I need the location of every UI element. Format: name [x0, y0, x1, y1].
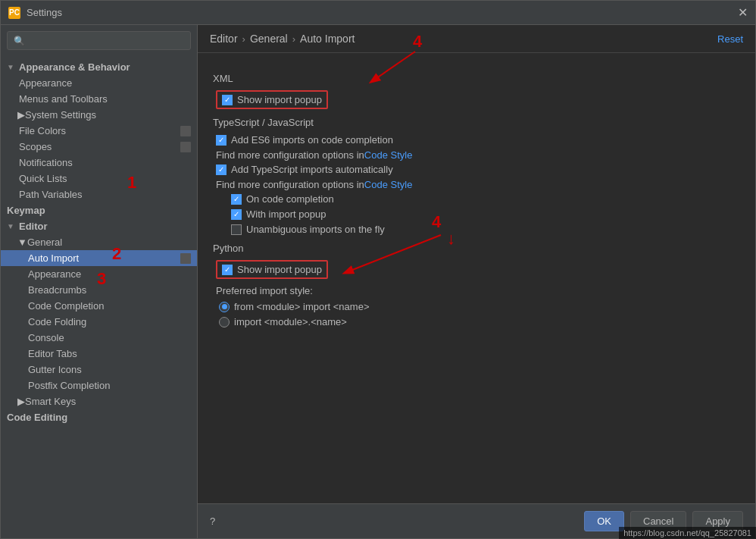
sidebar-item-menus-toolbars[interactable]: Menus and Toolbars	[1, 91, 197, 107]
titlebar: PC Settings ✕	[1, 1, 755, 25]
ts-add-es6-checkbox[interactable]	[216, 135, 226, 146]
xml-section: XML Show import popup	[213, 73, 740, 109]
url-bar: https://blog.csdn.net/qq_25827081	[619, 527, 756, 539]
xml-title: XML	[213, 73, 740, 84]
radio-from-module[interactable]	[219, 302, 230, 312]
ts-add-es6-row: Add ES6 imports on code completion	[213, 134, 740, 146]
ts-find-es6-link[interactable]: Code Style	[364, 149, 413, 161]
sidebar-tree: ▼ Appearance & Behavior Appearance Menus…	[1, 56, 197, 538]
app-icon: PC	[8, 7, 20, 19]
window-title: Settings	[27, 7, 62, 18]
ts-unambiguous-label: Unambiguous imports on the fly	[246, 224, 385, 235]
file-colors-icon	[180, 126, 191, 136]
ts-on-completion-label: On code completion	[246, 193, 334, 205]
ts-add-ts-label: Add TypeScript imports automatically	[231, 164, 393, 175]
search-icon: 🔍	[14, 36, 25, 46]
python-title: Python	[213, 243, 740, 254]
sidebar-item-console[interactable]: Console	[1, 330, 197, 346]
main-body: XML Show import popup TypeScript / JavaS…	[198, 53, 755, 503]
breadcrumb-general: General	[250, 33, 288, 45]
arrow-icon: ▼	[7, 63, 17, 71]
settings-window: PC Settings ✕ 🔍 ▼ Appearance & Behavior …	[0, 0, 756, 539]
ts-find-es6-prefix: Find more configuration options in	[216, 149, 364, 161]
ts-on-completion-row: On code completion	[213, 193, 740, 205]
preferred-style-label: Preferred import style:	[216, 285, 740, 296]
main-content: 🔍 ▼ Appearance & Behavior Appearance Men…	[1, 25, 755, 538]
ts-find-es6-row: Find more configuration options in Code …	[213, 149, 740, 161]
ts-add-es6-label: Add ES6 imports on code completion	[231, 134, 393, 146]
ts-find-ts-prefix: Find more configuration options in	[216, 179, 364, 190]
sidebar-item-notifications[interactable]: Notifications	[1, 155, 197, 171]
radio-import-module-label: import <module>.<name>	[234, 316, 347, 327]
sidebar: 🔍 ▼ Appearance & Behavior Appearance Men…	[1, 25, 198, 538]
reset-button[interactable]: Reset	[717, 33, 743, 45]
preferred-style-text: Preferred import style:	[216, 285, 313, 296]
breadcrumb-sep2: ›	[292, 33, 295, 45]
radio-from-module-label: from <module> import <name>	[234, 301, 369, 312]
ts-add-ts-row: Add TypeScript imports automatically	[213, 164, 740, 175]
sidebar-item-quick-lists[interactable]: Quick Lists	[1, 171, 197, 186]
python-section: Python Show import popup Preferred impor…	[213, 243, 740, 327]
sidebar-item-appearance2[interactable]: Appearance	[1, 266, 197, 282]
sidebar-item-editor-tabs[interactable]: Editor Tabs	[1, 346, 197, 362]
typescript-section: TypeScript / JavaScript Add ES6 imports …	[213, 117, 740, 235]
breadcrumb-auto-import: Auto Import	[300, 33, 355, 45]
radio-import-module-row: import <module>.<name>	[213, 316, 740, 327]
python-show-import-label: Show import popup	[237, 264, 322, 275]
sidebar-item-auto-import[interactable]: Auto Import	[1, 250, 197, 266]
breadcrumb: Editor › General › Auto Import Reset	[198, 25, 755, 53]
sidebar-item-general[interactable]: ▼ General	[1, 234, 197, 250]
sidebar-item-code-editing[interactable]: Code Editing	[1, 409, 197, 425]
arrow-icon: ▼	[7, 222, 17, 230]
ts-with-popup-label: With import popup	[246, 208, 326, 220]
sidebar-item-file-colors[interactable]: File Colors	[1, 123, 197, 139]
sidebar-item-smart-keys[interactable]: ▶ Smart Keys	[1, 393, 197, 409]
ts-with-popup-checkbox[interactable]	[231, 209, 242, 220]
python-show-import-checkbox[interactable]	[222, 265, 233, 275]
python-show-import-row: Show import popup	[213, 260, 740, 279]
ts-add-ts-checkbox[interactable]	[216, 165, 226, 175]
sidebar-item-appearance[interactable]: Appearance	[1, 75, 197, 91]
close-button[interactable]: ✕	[738, 5, 748, 20]
xml-show-import-checkbox[interactable]	[222, 95, 233, 105]
search-box[interactable]: 🔍	[7, 31, 191, 50]
sidebar-item-editor[interactable]: ▼ Editor	[1, 218, 197, 234]
auto-import-icon	[180, 253, 191, 264]
sidebar-item-postfix-completion[interactable]: Postfix Completion	[1, 378, 197, 393]
breadcrumb-sep1: ›	[242, 33, 245, 45]
sidebar-item-code-completion[interactable]: Code Completion	[1, 298, 197, 314]
sidebar-item-path-variables[interactable]: Path Variables	[1, 186, 197, 202]
ts-find-ts-row: Find more configuration options in Code …	[213, 179, 740, 190]
ts-find-ts-link[interactable]: Code Style	[364, 179, 413, 190]
radio-from-module-row: from <module> import <name>	[213, 301, 740, 312]
ts-unambiguous-row: Unambiguous imports on the fly	[213, 224, 740, 235]
breadcrumb-editor: Editor	[210, 33, 238, 45]
main-panel: Editor › General › Auto Import Reset XML…	[198, 25, 755, 538]
radio-import-module[interactable]	[219, 317, 230, 327]
ts-unambiguous-checkbox[interactable]	[231, 224, 242, 235]
sidebar-item-appearance-behavior[interactable]: ▼ Appearance & Behavior	[1, 59, 197, 75]
typescript-title: TypeScript / JavaScript	[213, 117, 740, 128]
sidebar-item-system-settings[interactable]: ▶ System Settings	[1, 107, 197, 123]
sidebar-item-code-folding[interactable]: Code Folding	[1, 314, 197, 330]
ok-button[interactable]: OK	[584, 511, 624, 531]
xml-show-import-highlight: Show import popup	[216, 90, 328, 109]
sidebar-item-keymap[interactable]: Keymap	[1, 202, 197, 218]
help-icon[interactable]: ?	[210, 515, 215, 527]
xml-show-import-label: Show import popup	[237, 94, 322, 105]
ts-with-popup-row: With import popup	[213, 208, 740, 220]
scopes-icon	[180, 142, 191, 152]
python-show-import-highlight: Show import popup	[216, 260, 328, 279]
sidebar-item-breadcrumbs[interactable]: Breadcrumbs	[1, 282, 197, 298]
ts-on-completion-checkbox[interactable]	[231, 194, 242, 205]
sidebar-item-gutter-icons[interactable]: Gutter Icons	[1, 362, 197, 378]
sidebar-item-scopes[interactable]: Scopes	[1, 139, 197, 155]
search-input[interactable]	[28, 35, 184, 46]
xml-show-import-row: Show import popup	[213, 90, 740, 109]
